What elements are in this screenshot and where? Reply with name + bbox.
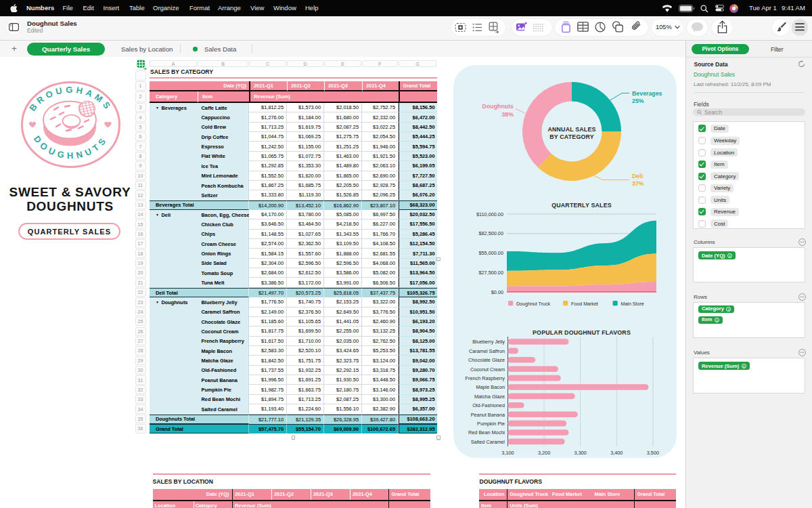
svg-text:3,100: 3,100 [501, 450, 514, 456]
svg-text:Old-Fashioned: Old-Fashioned [472, 402, 505, 408]
svg-text:BY CATEGORY: BY CATEGORY [549, 133, 594, 140]
svg-text:Doughnut Truck: Doughnut Truck [516, 301, 551, 307]
svg-text:37%: 37% [632, 180, 644, 187]
svg-text:POPULAR DOUGHNUT FLAVORS: POPULAR DOUGHNUT FLAVORS [533, 329, 631, 336]
svg-text:38%: 38% [501, 111, 514, 118]
svg-text:3,500: 3,500 [647, 450, 659, 456]
svg-text:3,200: 3,200 [538, 450, 550, 456]
svg-text:Salted Caramel: Salted Caramel [471, 439, 505, 445]
svg-text:French Raspberry: French Raspberry [466, 375, 505, 381]
svg-text:$0.00: $0.00 [491, 289, 503, 295]
svg-text:Food Market: Food Market [571, 301, 598, 307]
svg-text:Pumpkin Pie: Pumpkin Pie [477, 421, 505, 427]
svg-text:Main Store: Main Store [621, 301, 644, 307]
svg-text:Matcha Glaze: Matcha Glaze [474, 394, 505, 400]
svg-text:Deli: Deli [632, 173, 643, 179]
svg-text:Chocolate Glaze: Chocolate Glaze [468, 357, 505, 363]
svg-text:3,400: 3,400 [610, 450, 623, 456]
svg-text:25%: 25% [632, 98, 644, 104]
svg-text:Maple Bacon: Maple Bacon [476, 384, 505, 390]
svg-text:Beverages: Beverages [632, 90, 662, 97]
svg-text:QUARTERLY SALES: QUARTERLY SALES [551, 202, 612, 209]
svg-text:$55,000.00: $55,000.00 [478, 250, 503, 256]
svg-text:ANNUAL SALES: ANNUAL SALES [547, 126, 595, 133]
svg-text:$27,500.00: $27,500.00 [478, 270, 503, 276]
svg-text:Coconut Cream: Coconut Cream [470, 366, 505, 373]
svg-text:Red Bean Mochi: Red Bean Mochi [468, 429, 505, 436]
svg-text:Caramel Saffron: Caramel Saffron [469, 348, 505, 354]
svg-text:$110,000.00: $110,000.00 [476, 211, 503, 217]
svg-text:$82,500.00: $82,500.00 [478, 230, 503, 236]
svg-text:Blueberry Jelly: Blueberry Jelly [472, 339, 505, 345]
svg-text:3,300: 3,300 [574, 450, 587, 456]
svg-text:Doughnuts: Doughnuts [482, 103, 514, 110]
svg-text:Peanut Banana: Peanut Banana [471, 412, 505, 418]
